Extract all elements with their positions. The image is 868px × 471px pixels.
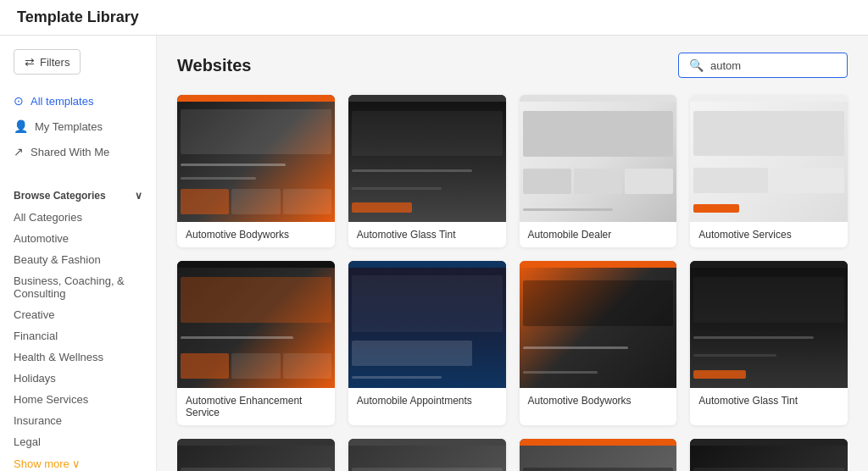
- template-card-glass-tint[interactable]: Automotive Glass Tint: [348, 95, 506, 247]
- share-icon: ↗: [14, 145, 24, 158]
- template-name: Automotive Bodyworks: [520, 388, 677, 413]
- template-card-bodyworks2[interactable]: Automotive Bodyworks: [520, 261, 677, 425]
- search-icon: 🔍: [689, 58, 704, 72]
- nav-shared[interactable]: ↗ Shared With Me: [0, 139, 156, 164]
- sidebar-navigation: ⊙ All templates 👤 My Templates ↗ Shared …: [0, 88, 156, 164]
- template-thumbnail: [690, 261, 848, 388]
- category-holidays[interactable]: Holidays: [0, 368, 156, 389]
- category-insurance[interactable]: Insurance: [0, 410, 156, 431]
- category-beauty[interactable]: Beauty & Fashion: [0, 249, 156, 270]
- template-card-glass-tint2[interactable]: Automotive Glass Tint: [690, 261, 848, 425]
- nav-shared-label: Shared With Me: [31, 146, 109, 158]
- nav-my-templates-label: My Templates: [35, 120, 103, 133]
- template-thumbnail: [177, 95, 335, 222]
- category-all[interactable]: All Categories: [0, 207, 156, 228]
- template-grid-row3: [177, 439, 848, 471]
- template-thumbnail: [348, 261, 506, 388]
- filters-label: Filters: [40, 56, 70, 69]
- template-card-row3b[interactable]: [348, 439, 506, 471]
- template-grid-row1: Automotive Bodyworks Automotive Glass: [177, 95, 848, 247]
- template-name: Automotive Glass Tint: [690, 388, 848, 413]
- nav-all-templates-label: All templates: [31, 95, 93, 108]
- search-input[interactable]: [710, 59, 837, 72]
- page-header: Template Library: [0, 0, 868, 36]
- template-thumbnail: [348, 439, 506, 471]
- chevron-down-small-icon: ∨: [72, 457, 81, 470]
- template-thumbnail: [520, 95, 677, 222]
- category-financial[interactable]: Financial: [0, 325, 156, 346]
- template-thumbnail: [520, 439, 677, 471]
- template-name: Automotive Enhancement Service: [177, 388, 335, 425]
- template-card-appointments[interactable]: Automobile Appointments: [348, 261, 506, 425]
- template-thumbnail: [348, 95, 506, 222]
- template-card-automobile-dealer[interactable]: Automobile Dealer: [520, 95, 677, 247]
- filters-icon: ⇄: [25, 55, 35, 69]
- section-title: Websites: [177, 56, 251, 75]
- category-home-services[interactable]: Home Services: [0, 389, 156, 410]
- template-card-auto-services[interactable]: Automotive Services: [690, 95, 848, 247]
- category-business[interactable]: Business, Coaching, & Consulting: [0, 270, 156, 304]
- template-name: Automobile Dealer: [520, 222, 677, 247]
- template-grid-row2: Automotive Enhancement Service Automobil…: [177, 261, 848, 425]
- category-health[interactable]: Health & Wellness: [0, 346, 156, 368]
- content-header: Websites 🔍: [177, 53, 848, 78]
- category-legal[interactable]: Legal: [0, 431, 156, 452]
- category-creative[interactable]: Creative: [0, 304, 156, 325]
- category-list: All Categories Automotive Beauty & Fashi…: [0, 207, 156, 452]
- browse-categories-header[interactable]: Browse Categories ∨: [0, 181, 156, 207]
- template-card-enhancement[interactable]: Automotive Enhancement Service: [177, 261, 335, 425]
- show-more-label: Show more: [14, 457, 70, 470]
- template-thumbnail: [177, 261, 335, 388]
- template-name: Automotive Glass Tint: [348, 222, 506, 247]
- sidebar: ⇄ Filters ⊙ All templates 👤 My Templates…: [0, 36, 157, 471]
- template-thumbnail: [690, 95, 848, 222]
- filters-button[interactable]: ⇄ Filters: [14, 49, 81, 75]
- category-automotive[interactable]: Automotive: [0, 228, 156, 249]
- page-title: Template Library: [17, 8, 139, 25]
- show-more-button[interactable]: Show more ∨: [0, 452, 156, 471]
- template-name: Automobile Appointments: [348, 388, 506, 413]
- template-card-row3a[interactable]: [177, 439, 335, 471]
- template-card-automotive-bodyworks[interactable]: Automotive Bodyworks: [177, 95, 335, 247]
- nav-my-templates[interactable]: 👤 My Templates: [0, 114, 156, 139]
- template-thumbnail: [520, 261, 677, 388]
- template-thumbnail: [690, 439, 848, 471]
- person-icon: 👤: [14, 119, 28, 133]
- check-circle-icon: ⊙: [14, 94, 24, 108]
- content-area: Websites 🔍: [157, 36, 868, 471]
- template-thumbnail: [177, 439, 335, 471]
- template-name: Automotive Services: [690, 222, 848, 247]
- browse-categories-label: Browse Categories: [14, 190, 106, 202]
- main-layout: ⇄ Filters ⊙ All templates 👤 My Templates…: [0, 36, 868, 471]
- template-card-row3c[interactable]: [520, 439, 677, 471]
- search-box[interactable]: 🔍: [678, 53, 848, 78]
- template-card-row3d[interactable]: [690, 439, 848, 471]
- chevron-down-icon: ∨: [135, 190, 142, 202]
- nav-all-templates[interactable]: ⊙ All templates: [0, 88, 156, 114]
- template-name: Automotive Bodyworks: [177, 222, 335, 247]
